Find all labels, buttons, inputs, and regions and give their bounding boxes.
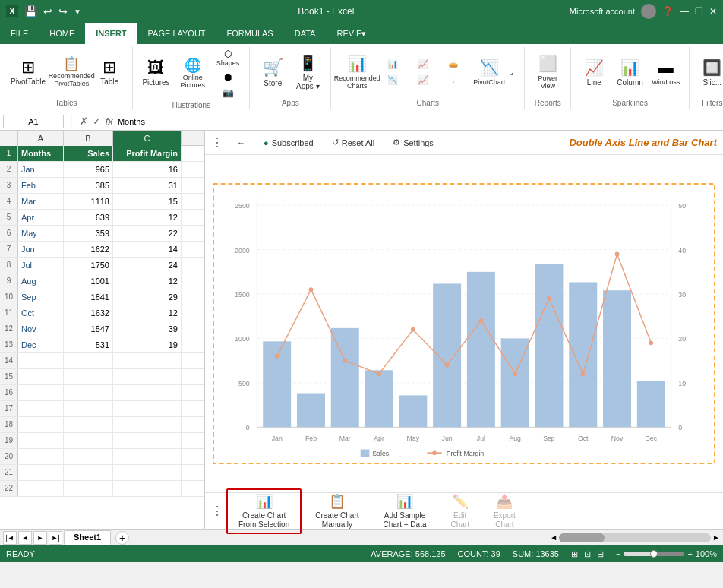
cell-a-13[interactable]: Dec [18, 337, 64, 352]
scrollbar-thumb[interactable] [559, 533, 605, 542]
scroll-right-btn[interactable]: ► [712, 533, 720, 542]
account-label[interactable]: Microsoft account [570, 7, 635, 16]
column-chart-button[interactable]: 📊 [378, 57, 407, 71]
cell-c-21[interactable] [113, 465, 182, 480]
cell-a-9[interactable]: Aug [18, 273, 64, 289]
cell-b-10[interactable]: 1841 [64, 289, 113, 305]
reset-all-button[interactable]: ↺ Reset All [327, 135, 379, 150]
cell-b-14[interactable] [64, 353, 113, 368]
tab-home[interactable]: HOME [39, 23, 85, 44]
cell-a-22[interactable] [18, 481, 64, 496]
cell-a-12[interactable]: Nov [18, 321, 64, 337]
cell-b-16[interactable] [64, 385, 113, 400]
cancel-formula-icon[interactable]: ✗ [80, 115, 88, 127]
zoom-slider[interactable] [624, 552, 684, 556]
cell-b-17[interactable] [64, 401, 113, 416]
cell-a-5[interactable]: Apr [18, 210, 64, 225]
add-sample-chart-button[interactable]: 📊 Add SampleChart + Data [373, 490, 437, 533]
cell-c-1[interactable]: Profit Margin [113, 146, 182, 161]
cell-a-17[interactable] [18, 401, 64, 416]
table-button[interactable]: ⊞ Table [93, 56, 126, 89]
cell-b-4[interactable]: 1118 [64, 194, 113, 209]
zoom-in-icon[interactable]: + [687, 549, 692, 558]
cell-b-20[interactable] [64, 449, 113, 464]
zoom-out-icon[interactable]: − [616, 549, 620, 558]
sheet-nav-next[interactable]: ► [33, 531, 47, 545]
cell-b-15[interactable] [64, 369, 113, 384]
cell-c-16[interactable] [113, 385, 182, 400]
subscribed-button[interactable]: ● Subscribed [259, 136, 318, 150]
cell-b-21[interactable] [64, 465, 113, 480]
cell-c-15[interactable] [113, 369, 182, 384]
help-button[interactable]: ❓ [662, 6, 674, 17]
cell-c-6[interactable]: 22 [113, 226, 182, 241]
cell-a-11[interactable]: Oct [18, 305, 64, 321]
cell-c-8[interactable]: 24 [113, 258, 182, 273]
normal-view-icon[interactable]: ⊞ [571, 549, 578, 559]
sparkline-line-button[interactable]: 📈 Line [577, 55, 611, 90]
cell-a-2[interactable]: Jan [18, 162, 64, 177]
page-break-view-icon[interactable]: ⊟ [597, 549, 604, 559]
cell-c-4[interactable]: 15 [113, 194, 182, 209]
cell-c-14[interactable] [113, 353, 182, 368]
cell-b-3[interactable]: 385 [64, 178, 113, 193]
cell-a-18[interactable] [18, 417, 64, 432]
recommended-charts-button[interactable]: 📊 Recommended Charts [337, 52, 377, 93]
cell-a-1[interactable]: Months [18, 146, 64, 161]
cell-a-10[interactable]: Sep [18, 289, 64, 305]
restore-button[interactable]: ❐ [695, 6, 703, 17]
bottom-toolbar-dots[interactable]: ⋮ [211, 504, 223, 518]
tab-insert[interactable]: INSERT [85, 23, 137, 44]
cell-b-13[interactable]: 531 [64, 337, 113, 352]
cell-c-3[interactable]: 31 [113, 178, 182, 193]
cell-c-5[interactable]: 12 [113, 210, 182, 225]
pivot-chart-button[interactable]: 📉 PivotChart [469, 55, 509, 89]
tab-data[interactable]: DATA [284, 23, 327, 44]
undo-qat-button[interactable]: ↩ [42, 4, 54, 19]
confirm-formula-icon[interactable]: ✓ [93, 115, 101, 127]
redo-qat-button[interactable]: ↪ [57, 4, 69, 19]
cell-b-8[interactable]: 1750 [64, 258, 113, 273]
chart-toolbar-dots[interactable]: ⋮ [211, 135, 223, 150]
store-button[interactable]: 🛒 Store [256, 55, 289, 90]
zoom-slider-thumb[interactable] [650, 550, 658, 558]
line-chart-button[interactable]: 📈 [409, 57, 437, 71]
cell-b-7[interactable]: 1622 [64, 242, 113, 257]
cell-a-8[interactable]: Jul [18, 258, 64, 273]
cell-b-1[interactable]: Sales [64, 146, 113, 161]
cell-b-9[interactable]: 1001 [64, 273, 113, 289]
cell-b-2[interactable]: 965 [64, 162, 113, 177]
sparkline-column-button[interactable]: 📊 Column [612, 55, 647, 90]
cell-a-4[interactable]: Mar [18, 194, 64, 209]
cell-a-7[interactable]: Jun [18, 242, 64, 257]
cell-b-19[interactable] [64, 433, 113, 448]
settings-button[interactable]: ⚙ Settings [388, 135, 438, 150]
my-apps-button[interactable]: 📱 My Apps ▾ [291, 51, 324, 93]
tab-page-layout[interactable]: PAGE LAYOUT [137, 23, 216, 44]
formula-input[interactable] [116, 115, 720, 128]
scatter-chart-button[interactable]: ⁚ [439, 73, 468, 87]
charts-expand-button[interactable]: ⌟ [510, 69, 518, 76]
cell-a-6[interactable]: May [18, 226, 64, 241]
screenshot-button[interactable]: 📷 [213, 86, 244, 100]
minimize-button[interactable]: — [680, 6, 689, 17]
save-qat-button[interactable]: 💾 [23, 4, 39, 19]
cell-c-12[interactable]: 39 [113, 321, 182, 337]
tab-file[interactable]: FILE [0, 23, 39, 44]
cell-c-7[interactable]: 14 [113, 242, 182, 257]
insert-function-icon[interactable]: fx [106, 115, 113, 127]
pictures-button[interactable]: 🖼 Pictures [139, 57, 173, 90]
cell-c-13[interactable]: 19 [113, 337, 182, 352]
cell-a-14[interactable] [18, 353, 64, 368]
sparkline-winloss-button[interactable]: ▬ Win/Loss [649, 56, 683, 89]
more-qat-button[interactable]: ▼ [72, 6, 83, 17]
cell-a-19[interactable] [18, 433, 64, 448]
sheet-nav-first[interactable]: |◄ [3, 531, 17, 545]
online-pictures-button[interactable]: 🌐 Online Pictures [175, 55, 211, 92]
name-box[interactable] [3, 115, 64, 128]
area-chart-button[interactable]: 📈 [409, 73, 437, 87]
smartart-button[interactable]: ⬢ [213, 71, 244, 84]
page-layout-view-icon[interactable]: ⊡ [584, 549, 591, 559]
cell-c-20[interactable] [113, 449, 182, 464]
cell-b-18[interactable] [64, 417, 113, 432]
